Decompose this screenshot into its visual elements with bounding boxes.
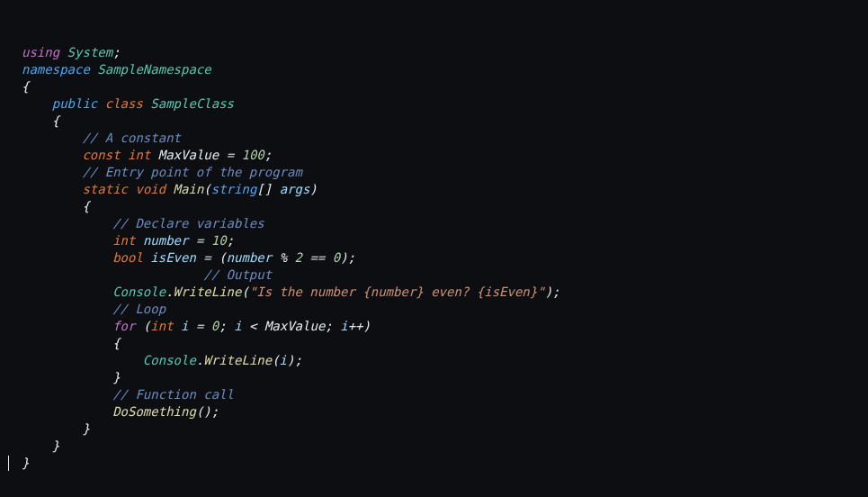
ident-system: System (67, 45, 113, 59)
op-eq: = (227, 148, 234, 162)
ident-iseven: isEven (150, 250, 196, 265)
paren-close: ) (309, 182, 317, 196)
code-line: // Declare variables (22, 216, 264, 230)
code-line: namespace SampleNamespace (22, 62, 211, 77)
kw-string: string (211, 182, 257, 196)
code-line: } (22, 456, 29, 470)
ident-class: SampleClass (150, 96, 234, 111)
paren-close: ) (545, 285, 552, 299)
number-lit: 100 (242, 148, 264, 162)
semicolon: ; (211, 404, 219, 419)
comment: // Declare variables (112, 216, 264, 230)
brace-close: } (82, 421, 89, 436)
op-eqeq: == (309, 250, 325, 265)
number-lit: 0 (211, 319, 219, 333)
text-cursor (8, 456, 9, 471)
code-line: for (int i = 0; i < MaxValue; i++) (22, 319, 371, 333)
kw-class: class (105, 96, 143, 111)
semicolon: ; (264, 148, 272, 162)
param-args: args (280, 182, 310, 196)
code-line: Console.WriteLine("Is the number {number… (22, 285, 560, 299)
code-line: DoSomething(); (22, 404, 219, 419)
kw-int: int (150, 319, 173, 333)
ident-i: i (181, 319, 188, 333)
ident-i: i (234, 319, 241, 333)
kw-const: const (82, 148, 120, 162)
kw-static: static (82, 182, 128, 196)
method-main: Main (174, 182, 204, 196)
paren-close: ) (340, 250, 347, 265)
number-lit: 10 (211, 233, 227, 248)
code-line: static void Main(string[] args) (22, 182, 318, 196)
ident-console: Console (143, 353, 196, 367)
op-eq: = (196, 233, 203, 248)
brace-open: { (52, 113, 59, 128)
semicolon: ; (219, 319, 226, 333)
semicolon: ; (348, 250, 355, 265)
code-line: using System; (22, 45, 121, 59)
comment: // Entry point of the program (82, 165, 301, 179)
code-line: public class SampleClass (22, 96, 234, 111)
code-line: { (22, 79, 29, 94)
code-line: { (22, 199, 90, 213)
code-line: } (22, 370, 121, 384)
ident-i: i (340, 319, 347, 333)
op-mod: % (280, 250, 287, 265)
code-line: } (22, 421, 90, 436)
code-line: bool isEven = (number % 2 == 0); (22, 250, 355, 265)
op-eq: = (196, 319, 203, 333)
code-line: // A constant (22, 131, 181, 145)
dot: . (166, 285, 173, 299)
code-line: { (22, 336, 121, 350)
method-dosomething: DoSomething (112, 404, 196, 419)
code-line: const int MaxValue = 100; (22, 148, 272, 162)
kw-using: using (22, 45, 59, 59)
code-line: // Output (22, 267, 272, 282)
ident-maxvalue: MaxValue (264, 319, 325, 333)
code-line: // Loop (22, 302, 166, 316)
paren-open: ( (219, 250, 226, 265)
code-line: // Entry point of the program (22, 165, 302, 179)
kw-int: int (128, 148, 150, 162)
kw-void: void (135, 182, 166, 196)
kw-namespace: namespace (22, 62, 90, 77)
ident-namespace: SampleNamespace (97, 62, 210, 77)
code-line: { (22, 113, 59, 128)
brace-open: { (112, 336, 120, 350)
comment: // A constant (82, 131, 181, 145)
semicolon: ; (552, 285, 559, 299)
comment: // Function call (112, 387, 234, 402)
paren-open: ( (272, 353, 279, 367)
paren-close: ) (362, 319, 370, 333)
op-eq: = (203, 250, 210, 265)
brace-close: } (22, 456, 29, 470)
string-lit: "Is the number {number} even? {isEven}" (249, 285, 545, 299)
semicolon: ; (227, 233, 234, 248)
code-line: // Function call (22, 387, 234, 402)
semicolon: ; (325, 319, 332, 333)
brace-close: } (52, 438, 59, 453)
ident-const: MaxValue (158, 148, 219, 162)
comment: // Loop (112, 302, 166, 316)
method-writeline: WriteLine (203, 353, 272, 367)
brace-open: { (82, 199, 89, 213)
paren-open: ( (203, 182, 210, 196)
ident-number: number (227, 250, 273, 265)
code-line: int number = 10; (22, 233, 234, 248)
paren-close: ) (203, 404, 210, 419)
code-editor[interactable]: using System; namespace SampleNamespace … (0, 0, 868, 497)
comment: // Output (203, 267, 272, 282)
op-lt: < (249, 319, 256, 333)
code-line: Console.WriteLine(i); (22, 353, 302, 367)
brackets: [] (256, 182, 272, 196)
brace-close: } (112, 370, 120, 384)
code-line: } (22, 438, 59, 453)
kw-public: public (52, 96, 98, 111)
brace-open: { (22, 79, 29, 94)
semicolon: ; (112, 45, 120, 59)
ident-number: number (143, 233, 189, 248)
ident-console: Console (112, 285, 166, 299)
semicolon: ; (294, 353, 301, 367)
number-lit: 2 (295, 250, 302, 265)
paren-open: ( (241, 285, 248, 299)
